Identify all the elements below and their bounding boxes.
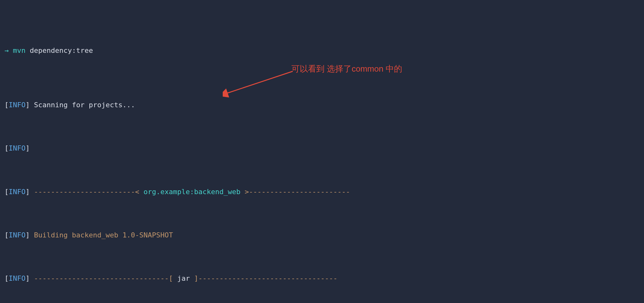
command-mvn: mvn — [13, 46, 26, 54]
log-line: [INFO] --------------------------------[… — [4, 273, 640, 284]
annotation-text: 可以看到 选择了common 中的 — [291, 62, 402, 75]
command-args: dependency:tree — [25, 46, 93, 54]
info-tag: INFO — [9, 144, 25, 152]
log-line: [INFO] — [4, 143, 640, 154]
info-tag: INFO — [9, 231, 25, 239]
svg-line-0 — [226, 71, 293, 94]
terminal-output: → mvn dependency:tree [INFO] Scanning fo… — [0, 0, 644, 303]
log-line: [INFO] Building backend_web 1.0-SNAPSHOT — [4, 230, 640, 241]
log-line: [INFO] ------------------------< org.exa… — [4, 187, 640, 197]
project-coord: org.example:backend_web — [144, 188, 241, 196]
info-tag: INFO — [9, 101, 25, 109]
log-line: [INFO] Scanning for projects... — [4, 100, 640, 110]
annotation-arrow-icon — [223, 69, 296, 97]
prompt-arrow: → — [4, 46, 9, 54]
info-tag: INFO — [9, 188, 25, 196]
prompt-line[interactable]: → mvn dependency:tree — [4, 45, 640, 56]
info-tag: INFO — [9, 274, 25, 282]
